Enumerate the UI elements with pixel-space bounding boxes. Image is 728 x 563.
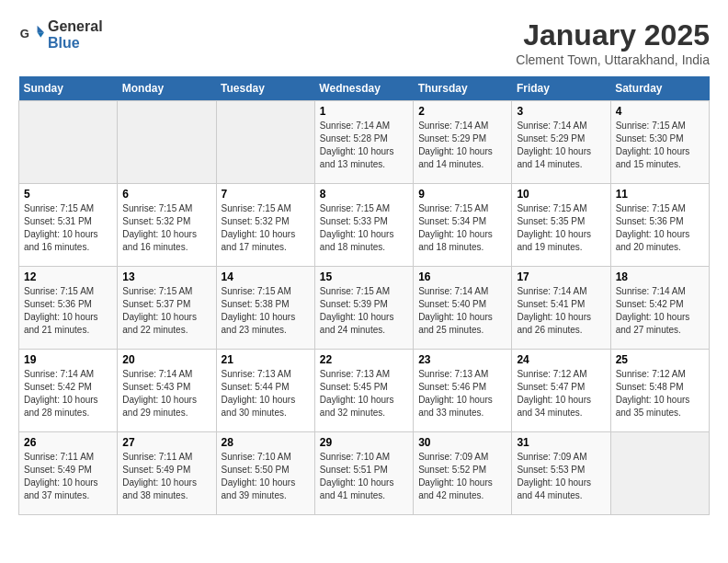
- calendar-cell: 11Sunrise: 7:15 AM Sunset: 5:36 PM Dayli…: [610, 184, 709, 267]
- header-row: Sunday Monday Tuesday Wednesday Thursday…: [19, 76, 710, 101]
- day-number: 2: [418, 105, 506, 118]
- day-number: 22: [320, 353, 408, 366]
- calendar-cell: 19Sunrise: 7:14 AM Sunset: 5:42 PM Dayli…: [19, 350, 118, 432]
- day-info: Sunrise: 7:14 AM Sunset: 5:42 PM Dayligh…: [24, 368, 112, 419]
- day-number: 26: [24, 436, 112, 449]
- calendar-subtitle: Clement Town, Uttarakhand, India: [516, 52, 710, 67]
- col-sunday: Sunday: [19, 76, 118, 101]
- day-info: Sunrise: 7:15 AM Sunset: 5:36 PM Dayligh…: [616, 202, 704, 254]
- calendar-cell: 17Sunrise: 7:14 AM Sunset: 5:41 PM Dayli…: [512, 267, 610, 350]
- day-number: 11: [616, 188, 704, 201]
- logo: G General Blue: [18, 18, 103, 52]
- day-number: 19: [24, 353, 112, 366]
- day-number: 8: [320, 188, 408, 201]
- day-number: 17: [517, 270, 605, 283]
- day-number: 28: [222, 436, 310, 449]
- calendar-cell: 28Sunrise: 7:10 AM Sunset: 5:50 PM Dayli…: [216, 432, 314, 515]
- day-info: Sunrise: 7:09 AM Sunset: 5:53 PM Dayligh…: [517, 451, 605, 502]
- logo-general-text: General: [48, 18, 103, 34]
- calendar-week-5: 26Sunrise: 7:11 AM Sunset: 5:49 PM Dayli…: [19, 432, 710, 515]
- day-info: Sunrise: 7:15 AM Sunset: 5:34 PM Dayligh…: [418, 202, 506, 254]
- day-number: 4: [616, 105, 704, 118]
- day-number: 10: [517, 188, 605, 201]
- calendar-cell: 9Sunrise: 7:15 AM Sunset: 5:34 PM Daylig…: [414, 184, 512, 267]
- calendar-cell: 15Sunrise: 7:15 AM Sunset: 5:39 PM Dayli…: [314, 267, 413, 350]
- calendar-cell: 16Sunrise: 7:14 AM Sunset: 5:40 PM Dayli…: [414, 267, 512, 350]
- day-info: Sunrise: 7:15 AM Sunset: 5:38 PM Dayligh…: [222, 285, 310, 337]
- calendar-cell: 26Sunrise: 7:11 AM Sunset: 5:49 PM Dayli…: [19, 432, 118, 515]
- day-info: Sunrise: 7:14 AM Sunset: 5:28 PM Dayligh…: [320, 120, 408, 171]
- day-number: 9: [418, 188, 506, 201]
- svg-text:G: G: [20, 27, 29, 40]
- calendar-cell: 22Sunrise: 7:13 AM Sunset: 5:45 PM Dayli…: [314, 350, 413, 432]
- day-number: 7: [222, 188, 310, 201]
- calendar-cell: 8Sunrise: 7:15 AM Sunset: 5:33 PM Daylig…: [314, 184, 413, 267]
- day-info: Sunrise: 7:15 AM Sunset: 5:35 PM Dayligh…: [517, 202, 605, 254]
- day-number: 12: [24, 270, 112, 283]
- svg-marker-1: [38, 26, 44, 32]
- logo-icon: G: [18, 22, 44, 48]
- calendar-cell: 7Sunrise: 7:15 AM Sunset: 5:32 PM Daylig…: [216, 184, 314, 267]
- calendar-cell: 31Sunrise: 7:09 AM Sunset: 5:53 PM Dayli…: [512, 432, 610, 515]
- day-info: Sunrise: 7:11 AM Sunset: 5:49 PM Dayligh…: [122, 451, 210, 502]
- day-number: 23: [418, 353, 506, 366]
- title-block: January 2025 Clement Town, Uttarakhand, …: [516, 18, 710, 67]
- day-number: 14: [222, 270, 310, 283]
- day-info: Sunrise: 7:09 AM Sunset: 5:52 PM Dayligh…: [418, 451, 506, 502]
- day-info: Sunrise: 7:15 AM Sunset: 5:36 PM Dayligh…: [24, 285, 112, 337]
- calendar-cell: 3Sunrise: 7:14 AM Sunset: 5:29 PM Daylig…: [512, 101, 610, 184]
- day-info: Sunrise: 7:13 AM Sunset: 5:46 PM Dayligh…: [418, 368, 506, 419]
- calendar-cell: 18Sunrise: 7:14 AM Sunset: 5:42 PM Dayli…: [610, 267, 709, 350]
- day-info: Sunrise: 7:15 AM Sunset: 5:32 PM Dayligh…: [122, 202, 210, 254]
- calendar-week-1: 1Sunrise: 7:14 AM Sunset: 5:28 PM Daylig…: [19, 101, 710, 184]
- day-info: Sunrise: 7:15 AM Sunset: 5:37 PM Dayligh…: [122, 285, 210, 337]
- day-number: 20: [122, 353, 210, 366]
- calendar-cell: [610, 432, 709, 515]
- day-info: Sunrise: 7:11 AM Sunset: 5:49 PM Dayligh…: [24, 451, 112, 502]
- day-number: 31: [517, 436, 605, 449]
- day-number: 30: [418, 436, 506, 449]
- day-info: Sunrise: 7:14 AM Sunset: 5:41 PM Dayligh…: [517, 285, 605, 337]
- calendar-cell: [216, 101, 314, 184]
- calendar-cell: 14Sunrise: 7:15 AM Sunset: 5:38 PM Dayli…: [216, 267, 314, 350]
- calendar-cell: 6Sunrise: 7:15 AM Sunset: 5:32 PM Daylig…: [118, 184, 216, 267]
- day-info: Sunrise: 7:15 AM Sunset: 5:32 PM Dayligh…: [222, 202, 310, 254]
- calendar-cell: 30Sunrise: 7:09 AM Sunset: 5:52 PM Dayli…: [414, 432, 512, 515]
- calendar-cell: [118, 101, 216, 184]
- day-number: 5: [24, 188, 112, 201]
- calendar-cell: 10Sunrise: 7:15 AM Sunset: 5:35 PM Dayli…: [512, 184, 610, 267]
- calendar-cell: 21Sunrise: 7:13 AM Sunset: 5:44 PM Dayli…: [216, 350, 314, 432]
- col-thursday: Thursday: [414, 76, 512, 101]
- calendar-cell: 20Sunrise: 7:14 AM Sunset: 5:43 PM Dayli…: [118, 350, 216, 432]
- day-number: 6: [122, 188, 210, 201]
- calendar-cell: 4Sunrise: 7:15 AM Sunset: 5:30 PM Daylig…: [610, 101, 709, 184]
- page-header: G General Blue January 2025 Clement Town…: [18, 18, 710, 67]
- col-monday: Monday: [118, 76, 216, 101]
- day-info: Sunrise: 7:14 AM Sunset: 5:42 PM Dayligh…: [616, 285, 704, 337]
- svg-marker-2: [38, 32, 44, 38]
- day-info: Sunrise: 7:13 AM Sunset: 5:45 PM Dayligh…: [320, 368, 408, 419]
- calendar-cell: 12Sunrise: 7:15 AM Sunset: 5:36 PM Dayli…: [19, 267, 118, 350]
- calendar-table: Sunday Monday Tuesday Wednesday Thursday…: [18, 76, 710, 515]
- day-info: Sunrise: 7:10 AM Sunset: 5:50 PM Dayligh…: [222, 451, 310, 502]
- day-number: 18: [616, 270, 704, 283]
- col-friday: Friday: [512, 76, 610, 101]
- calendar-cell: 2Sunrise: 7:14 AM Sunset: 5:29 PM Daylig…: [414, 101, 512, 184]
- calendar-cell: 25Sunrise: 7:12 AM Sunset: 5:48 PM Dayli…: [610, 350, 709, 432]
- calendar-cell: [19, 101, 118, 184]
- day-info: Sunrise: 7:10 AM Sunset: 5:51 PM Dayligh…: [320, 451, 408, 502]
- day-number: 27: [122, 436, 210, 449]
- day-number: 3: [517, 105, 605, 118]
- day-info: Sunrise: 7:12 AM Sunset: 5:48 PM Dayligh…: [616, 368, 704, 419]
- day-info: Sunrise: 7:14 AM Sunset: 5:43 PM Dayligh…: [122, 368, 210, 419]
- day-info: Sunrise: 7:12 AM Sunset: 5:47 PM Dayligh…: [517, 368, 605, 419]
- day-number: 15: [320, 270, 408, 283]
- day-number: 13: [122, 270, 210, 283]
- calendar-cell: 1Sunrise: 7:14 AM Sunset: 5:28 PM Daylig…: [314, 101, 413, 184]
- day-number: 25: [616, 353, 704, 366]
- calendar-cell: 13Sunrise: 7:15 AM Sunset: 5:37 PM Dayli…: [118, 267, 216, 350]
- calendar-cell: 29Sunrise: 7:10 AM Sunset: 5:51 PM Dayli…: [314, 432, 413, 515]
- calendar-cell: 5Sunrise: 7:15 AM Sunset: 5:31 PM Daylig…: [19, 184, 118, 267]
- day-info: Sunrise: 7:14 AM Sunset: 5:40 PM Dayligh…: [418, 285, 506, 337]
- day-info: Sunrise: 7:15 AM Sunset: 5:30 PM Dayligh…: [616, 120, 704, 171]
